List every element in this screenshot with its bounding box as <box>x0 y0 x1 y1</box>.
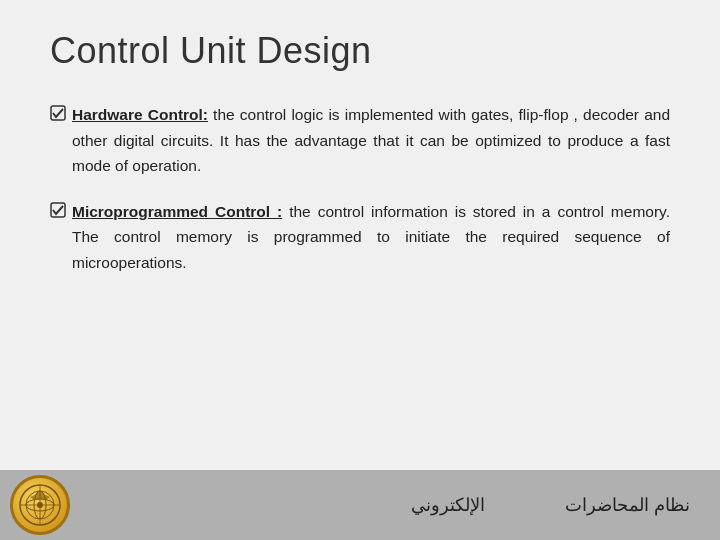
checkbox-icon-micro <box>50 202 66 218</box>
slide: Control Unit Design Hardware Control: th… <box>0 0 720 540</box>
footer-label-left: الإلكتروني <box>411 494 485 516</box>
footer-logo <box>10 475 70 535</box>
svg-point-8 <box>37 502 43 508</box>
micro-label: Microprogrammed Control : <box>72 203 282 220</box>
footer-label-right: نظام المحاضرات <box>565 494 690 516</box>
hardware-text: Hardware Control: the control logic is i… <box>72 102 670 179</box>
footer-labels: الإلكتروني نظام المحاضرات <box>411 494 690 516</box>
slide-footer: الإلكتروني نظام المحاضرات <box>0 470 720 540</box>
bullet-microprogrammed: Microprogrammed Control : the control in… <box>50 199 670 276</box>
page-title: Control Unit Design <box>50 30 670 72</box>
bullet-hardware: Hardware Control: the control logic is i… <box>50 102 670 179</box>
hardware-label: Hardware Control: <box>72 106 208 123</box>
content-area: Hardware Control: the control logic is i… <box>50 102 670 275</box>
checkbox-icon-hardware <box>50 105 66 121</box>
micro-text: Microprogrammed Control : the control in… <box>72 199 670 276</box>
